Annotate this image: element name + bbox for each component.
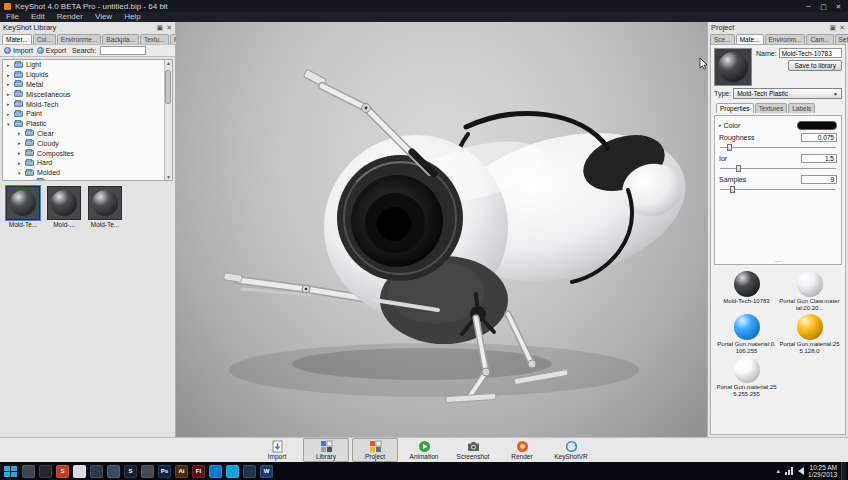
subtab-textures[interactable]: Textures	[755, 103, 788, 113]
samples-value[interactable]: 9	[801, 175, 837, 184]
tree-item-metal[interactable]: Metal	[3, 80, 164, 90]
tab-material[interactable]: Mate...	[736, 34, 764, 44]
subtab-labels[interactable]: Labels	[788, 103, 815, 113]
dock-animation[interactable]: Animation	[401, 438, 447, 462]
tab-colors[interactable]: Col...	[33, 34, 56, 44]
taskbar-app-14[interactable]	[243, 465, 256, 478]
dock-keyshotvr[interactable]: KeyShotVR	[548, 438, 594, 462]
samples-slider[interactable]	[720, 185, 836, 193]
dock-library[interactable]: Library	[303, 438, 349, 462]
scene-material[interactable]: Portal Gun Claw.material:20.20...	[779, 271, 840, 311]
tree-item-cloudy[interactable]: Cloudy	[3, 138, 164, 148]
show-desktop-button[interactable]	[841, 462, 846, 480]
pin-icon[interactable]: ▣	[157, 22, 164, 33]
collapse-arrow-icon[interactable]	[18, 170, 25, 176]
expand-arrow-icon[interactable]	[7, 62, 14, 68]
tab-scene[interactable]: Sce...	[710, 34, 735, 44]
menu-render[interactable]: Render	[51, 12, 89, 22]
taskbar-app-3[interactable]: S	[56, 465, 69, 478]
tree-item-plastic[interactable]: Plastic	[3, 119, 164, 129]
tree-scrollbar-thumb[interactable]	[165, 70, 171, 104]
taskbar-app-5[interactable]	[90, 465, 103, 478]
tree-item-molded[interactable]: Molded	[3, 168, 164, 178]
tab-environments[interactable]: Environme...	[57, 34, 102, 44]
close-panel-icon[interactable]: ✕	[839, 22, 845, 33]
slider-thumb[interactable]	[730, 186, 735, 193]
taskbar-app-13[interactable]	[226, 465, 239, 478]
tree-item-composites[interactable]: Composites	[3, 148, 164, 158]
menu-help[interactable]: Help	[118, 12, 146, 22]
expand-arrow-icon[interactable]	[7, 111, 14, 117]
search-input[interactable]	[100, 46, 146, 55]
tree-item-mold-tech[interactable]: Mold-Tech	[3, 99, 164, 109]
taskbar-app-1[interactable]	[22, 465, 35, 478]
tab-textures[interactable]: Textu...	[140, 34, 169, 44]
panel-resize-handle[interactable]: ...	[715, 256, 841, 264]
material-name-field[interactable]: Mold-Tech-10783	[779, 48, 842, 58]
taskbar-app-2[interactable]	[39, 465, 52, 478]
ior-slider[interactable]	[720, 164, 836, 172]
subtab-properties[interactable]: Properties	[716, 103, 754, 113]
dock-render[interactable]: Render	[499, 438, 545, 462]
collapse-arrow-icon[interactable]	[7, 121, 14, 127]
title-bar[interactable]: KeyShot 4.0 BETA Pro - untitled.bip - 64…	[0, 0, 848, 12]
pin-icon[interactable]: ▣	[830, 22, 837, 33]
tab-environment[interactable]: Environm...	[765, 34, 806, 44]
scroll-down-icon[interactable]: ▼	[166, 174, 171, 180]
photoshop-icon[interactable]: Ps	[158, 465, 171, 478]
menu-view[interactable]: View	[89, 12, 118, 22]
tree-item-liquids[interactable]: Liquids	[3, 70, 164, 80]
tree-item-hard[interactable]: Hard	[3, 158, 164, 168]
word-icon[interactable]: W	[260, 465, 273, 478]
taskbar-app-6[interactable]	[107, 465, 120, 478]
close-icon[interactable]: ✕	[833, 2, 844, 11]
slider-thumb[interactable]	[727, 144, 732, 151]
taskbar-app-12[interactable]	[209, 465, 222, 478]
expand-arrow-icon[interactable]	[7, 91, 14, 97]
roughness-value[interactable]: 0.075	[801, 133, 837, 142]
dock-import[interactable]: Import	[254, 438, 300, 462]
dock-project[interactable]: Project	[352, 438, 398, 462]
expand-arrow-icon[interactable]	[7, 81, 14, 87]
save-to-library-button[interactable]: Save to library	[788, 60, 842, 71]
material-type-dropdown[interactable]: Mold-Tech Plastic ▼	[733, 88, 842, 99]
start-button[interactable]	[3, 465, 18, 478]
taskbar-clock[interactable]: 10:25 AM 1/29/2013	[808, 464, 837, 479]
taskbar-app-8[interactable]	[141, 465, 154, 478]
expand-arrow-icon[interactable]	[18, 160, 25, 166]
expand-arrow-icon[interactable]	[18, 130, 25, 136]
tree-item-basic[interactable]: Basic	[3, 178, 164, 181]
taskbar-app-4[interactable]	[73, 465, 86, 478]
scene-material[interactable]: Mold-Tech-10783	[716, 271, 777, 311]
material-thumbnail[interactable]: Mold-...	[46, 186, 82, 228]
tray-expand-icon[interactable]: ▲	[775, 468, 781, 474]
scroll-up-icon[interactable]: ▲	[166, 60, 171, 66]
tree-item-clear[interactable]: Clear	[3, 129, 164, 139]
network-icon[interactable]	[785, 467, 794, 475]
minimize-icon[interactable]: ─	[803, 2, 814, 11]
tree-item-paint[interactable]: Paint	[3, 109, 164, 119]
expand-arrow-icon[interactable]	[18, 140, 25, 146]
scene-material[interactable]: Portal Gun.material:255.128.0	[779, 314, 840, 354]
scene-material[interactable]: Portal Gun.material:0.106.255	[716, 314, 777, 354]
menu-file[interactable]: File	[0, 12, 25, 22]
flash-icon[interactable]: Fl	[192, 465, 205, 478]
scene-material[interactable]: Portal Gun.material:255.255.255	[716, 357, 777, 397]
tab-materials[interactable]: Mater...	[2, 34, 32, 44]
taskbar-app-7[interactable]: S	[124, 465, 137, 478]
roughness-slider[interactable]	[720, 143, 836, 151]
expand-arrow-icon[interactable]: ▸	[719, 122, 722, 128]
tab-settings[interactable]: Setti...	[835, 34, 848, 44]
slider-thumb[interactable]	[736, 165, 741, 172]
volume-icon[interactable]	[798, 467, 804, 475]
import-button[interactable]: Import	[4, 47, 33, 54]
expand-arrow-icon[interactable]	[7, 72, 14, 78]
illustrator-icon[interactable]: Ai	[175, 465, 188, 478]
close-panel-icon[interactable]: ✕	[166, 22, 172, 33]
maximize-icon[interactable]: ▢	[818, 2, 829, 11]
menu-edit[interactable]: Edit	[25, 12, 51, 22]
color-swatch[interactable]	[797, 121, 837, 130]
dock-screenshot[interactable]: Screenshot	[450, 438, 496, 462]
tree-item-miscellaneous[interactable]: Miscellaneous	[3, 89, 164, 99]
tab-backplates[interactable]: Backpla...	[102, 34, 139, 44]
